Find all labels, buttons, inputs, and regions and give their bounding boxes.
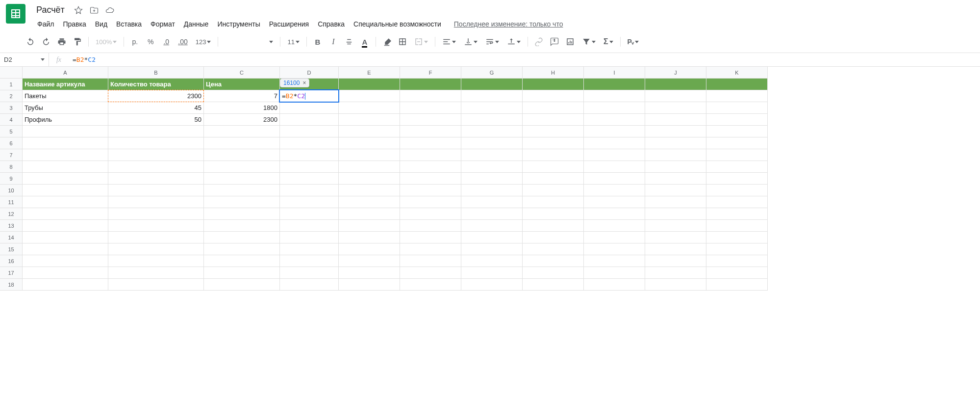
cell[interactable] bbox=[400, 185, 461, 196]
row-header[interactable]: 8 bbox=[0, 161, 23, 173]
cell[interactable] bbox=[706, 243, 768, 255]
cell[interactable] bbox=[584, 126, 645, 137]
cell[interactable] bbox=[400, 149, 461, 161]
col-header[interactable]: C bbox=[204, 67, 280, 79]
cell[interactable] bbox=[108, 137, 204, 149]
cell[interactable] bbox=[339, 126, 400, 137]
cell[interactable] bbox=[280, 102, 339, 114]
cell[interactable] bbox=[584, 232, 645, 243]
cell[interactable] bbox=[645, 208, 706, 220]
cell[interactable] bbox=[280, 185, 339, 196]
cell[interactable] bbox=[339, 243, 400, 255]
cell[interactable] bbox=[523, 255, 584, 267]
row-header[interactable]: 5 bbox=[0, 126, 23, 137]
cell[interactable]: Пакеты bbox=[23, 90, 108, 102]
cell[interactable] bbox=[204, 267, 280, 279]
cell[interactable] bbox=[584, 137, 645, 149]
cell[interactable] bbox=[339, 220, 400, 232]
cell[interactable] bbox=[280, 220, 339, 232]
col-header[interactable]: B bbox=[108, 67, 204, 79]
col-header[interactable]: K bbox=[706, 67, 768, 79]
cell[interactable]: Количество товара bbox=[108, 79, 204, 90]
cell[interactable] bbox=[400, 90, 461, 102]
cell[interactable] bbox=[461, 255, 523, 267]
col-header[interactable]: J bbox=[645, 67, 706, 79]
cell[interactable] bbox=[400, 255, 461, 267]
cell[interactable] bbox=[280, 137, 339, 149]
cell[interactable] bbox=[400, 173, 461, 185]
cell[interactable] bbox=[400, 79, 461, 90]
row-header[interactable]: 17 bbox=[0, 267, 23, 279]
cell[interactable] bbox=[461, 196, 523, 208]
cell[interactable] bbox=[523, 208, 584, 220]
row-header[interactable]: 10 bbox=[0, 185, 23, 196]
cell[interactable] bbox=[523, 90, 584, 102]
menu-tools[interactable]: Инструменты bbox=[213, 18, 264, 30]
font-size-dropdown[interactable]: 11 bbox=[284, 35, 302, 49]
cell[interactable] bbox=[706, 126, 768, 137]
cell[interactable] bbox=[339, 267, 400, 279]
cell[interactable] bbox=[461, 232, 523, 243]
cell[interactable] bbox=[706, 208, 768, 220]
cell[interactable] bbox=[706, 137, 768, 149]
col-header[interactable]: D bbox=[280, 67, 339, 79]
cell[interactable] bbox=[108, 196, 204, 208]
cell[interactable] bbox=[584, 161, 645, 173]
cell[interactable] bbox=[280, 255, 339, 267]
undo-button[interactable] bbox=[24, 35, 37, 49]
cell[interactable] bbox=[108, 126, 204, 137]
cell[interactable] bbox=[400, 232, 461, 243]
cell[interactable] bbox=[645, 267, 706, 279]
cell[interactable] bbox=[23, 173, 108, 185]
cell[interactable]: Профиль bbox=[23, 114, 108, 126]
borders-button[interactable] bbox=[396, 35, 409, 49]
cell[interactable] bbox=[523, 220, 584, 232]
cell[interactable] bbox=[584, 255, 645, 267]
cell[interactable] bbox=[461, 161, 523, 173]
cell[interactable] bbox=[400, 114, 461, 126]
cell[interactable] bbox=[645, 137, 706, 149]
row-header[interactable]: 9 bbox=[0, 173, 23, 185]
cell[interactable] bbox=[645, 196, 706, 208]
row-header[interactable]: 2 bbox=[0, 90, 23, 102]
decrease-decimal-button[interactable]: .0 bbox=[159, 35, 173, 49]
cell[interactable] bbox=[339, 137, 400, 149]
print-button[interactable] bbox=[55, 35, 69, 49]
cell[interactable] bbox=[706, 149, 768, 161]
insert-link-button[interactable] bbox=[532, 35, 546, 49]
cell[interactable]: 50 bbox=[108, 114, 204, 126]
text-wrap-dropdown[interactable] bbox=[482, 35, 502, 49]
row-header[interactable]: 4 bbox=[0, 114, 23, 126]
cell[interactable] bbox=[108, 220, 204, 232]
cell[interactable] bbox=[584, 185, 645, 196]
cell[interactable] bbox=[584, 243, 645, 255]
merge-cells-dropdown[interactable] bbox=[411, 35, 431, 49]
name-box[interactable]: D2 bbox=[0, 53, 49, 66]
cloud-status-icon[interactable] bbox=[105, 5, 115, 15]
cell[interactable] bbox=[523, 279, 584, 291]
cell[interactable] bbox=[645, 243, 706, 255]
cell[interactable] bbox=[280, 126, 339, 137]
menu-data[interactable]: Данные bbox=[180, 18, 213, 30]
font-family-dropdown[interactable] bbox=[222, 35, 276, 49]
cell[interactable] bbox=[108, 232, 204, 243]
cell[interactable] bbox=[23, 279, 108, 291]
cell[interactable] bbox=[523, 185, 584, 196]
cell[interactable] bbox=[706, 232, 768, 243]
cell[interactable] bbox=[706, 114, 768, 126]
cell[interactable] bbox=[461, 149, 523, 161]
currency-button[interactable]: р. bbox=[128, 35, 142, 49]
menu-file[interactable]: Файл bbox=[33, 18, 58, 30]
bold-button[interactable]: B bbox=[311, 35, 325, 49]
cell[interactable] bbox=[204, 173, 280, 185]
menu-edit[interactable]: Правка bbox=[59, 18, 90, 30]
move-icon[interactable] bbox=[89, 5, 99, 15]
cell[interactable] bbox=[204, 161, 280, 173]
cell[interactable]: Трубы bbox=[23, 102, 108, 114]
cell[interactable] bbox=[400, 102, 461, 114]
cell[interactable] bbox=[461, 90, 523, 102]
cell[interactable]: Цена bbox=[204, 79, 280, 90]
cell[interactable] bbox=[461, 220, 523, 232]
cell[interactable] bbox=[645, 185, 706, 196]
text-rotation-dropdown[interactable] bbox=[504, 35, 524, 49]
